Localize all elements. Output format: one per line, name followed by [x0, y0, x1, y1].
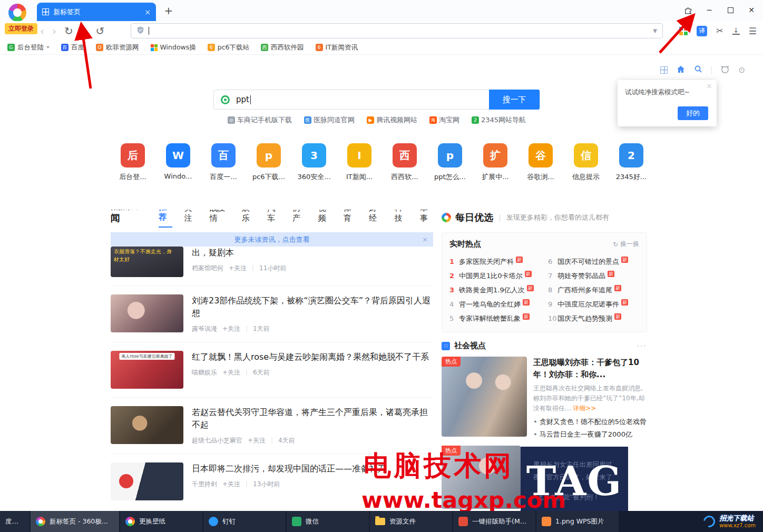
search-button[interactable]: 搜一下	[489, 90, 540, 110]
hot-item[interactable]: 3铁路黄金周1.9亿人次新	[449, 283, 541, 297]
banner-close-icon[interactable]: ×	[422, 235, 428, 243]
taskbar-item-dingtalk[interactable]: 钉钉	[203, 511, 287, 532]
bookmark-item[interactable]: 百 百度	[61, 43, 84, 52]
taskbar-item-wechat[interactable]: 微信	[287, 511, 370, 532]
detail-link[interactable]: 详细>>	[573, 405, 596, 412]
bookmark-item[interactable]: G 后台登陆	[7, 43, 50, 52]
undo-icon[interactable]: ↺	[95, 25, 104, 37]
news-item[interactable]: 刘涛23部作品统统下架，被称“演艺圈公交车”？背后原因引人遐想 露爷说漫 +关注…	[111, 286, 433, 342]
download-icon[interactable]: ↓	[732, 27, 740, 35]
apps-grid-icon[interactable]	[679, 27, 688, 35]
bookmark-item[interactable]: Windows操	[151, 43, 196, 52]
follow-button[interactable]: +关注	[222, 368, 240, 377]
social-image[interactable]: 热点	[442, 357, 527, 437]
news-author[interactable]: 千里持剑	[192, 480, 217, 489]
refresh-icon[interactable]: ↻	[64, 25, 73, 37]
quick-site[interactable]: IIT新闻...	[338, 143, 380, 182]
hot-item[interactable]: 4背一堆乌龟的全红婵新	[449, 297, 541, 311]
bookmark-item[interactable]: 6 IT新闻资讯	[316, 43, 358, 52]
news-item[interactable]: 黑人rose与吴建云闹离婚了 红了就飘！黑人rose与吴建云吵架闹离婚？果然和她…	[111, 342, 433, 398]
news-tab-entertainment[interactable]: HOT娱乐	[242, 210, 255, 228]
quick-site[interactable]: 扩扩展中...	[474, 143, 516, 182]
unread-news-banner[interactable]: 更多未读资讯，点击查看 ×	[111, 232, 433, 247]
hot-item[interactable]: 8广西梧州多年追尾新	[548, 283, 639, 297]
quick-site[interactable]: 3360安全...	[293, 143, 335, 182]
quick-site[interactable]: 西西西软...	[384, 143, 426, 182]
search-box[interactable]: ppt 搜一下	[213, 90, 540, 110]
news-tab[interactable]: 体育	[344, 210, 357, 228]
hot-item[interactable]: 1多家医院关闭产科新	[449, 254, 541, 269]
bookmark-item[interactable]: O 欧菲资源网	[96, 43, 139, 52]
skin-cat-icon[interactable]	[721, 65, 729, 75]
refresh-list-button[interactable]: ↻换一换	[613, 240, 639, 249]
promo-link[interactable]: ▶ 腾讯视频网站	[367, 115, 417, 125]
promo-link[interactable]: 2 2345网站导航	[472, 115, 526, 125]
popup-ok-button[interactable]: 好的	[678, 106, 708, 120]
search-query[interactable]: ppt	[236, 95, 249, 104]
close-button[interactable]: ✕	[743, 3, 760, 17]
quick-site[interactable]: 后后台登...	[112, 143, 154, 182]
hot-item[interactable]: 10国庆天气趋势预测新	[548, 311, 639, 326]
news-tab[interactable]: 视频	[318, 210, 331, 228]
bookmark-item[interactable]: 西 西西软件园	[261, 43, 304, 52]
news-author[interactable]: 档案馆吧何	[192, 264, 223, 273]
news-author[interactable]: 超级七品小芝麻官	[192, 436, 242, 445]
taskbar-item[interactable]: 度图片...	[0, 511, 31, 532]
menu-icon[interactable]: ☰	[749, 26, 757, 36]
news-author[interactable]: 喵糖娱乐	[192, 368, 217, 377]
tab-new-tab-page[interactable]: 新标签页 ×	[37, 3, 156, 21]
address-dropdown-icon[interactable]: ▼	[653, 28, 657, 34]
news-tab[interactable]: 科技	[394, 210, 407, 228]
shield-icon[interactable]	[136, 26, 144, 36]
social-bullet[interactable]: 马云昔日金主一夜赚了2000亿	[533, 430, 647, 439]
social-bullet[interactable]: 贪财又贪色！德不配位的5位老戏骨	[533, 417, 647, 427]
follow-button[interactable]: +关注	[248, 436, 266, 445]
screenshot-scissors-icon[interactable]: ✂	[716, 26, 723, 36]
news-item[interactable]: 衣服滑落？不雅走光，身材太好 出，疑剧本 档案馆吧何 +关注 11小时前	[111, 247, 433, 286]
news-tab[interactable]: 战疫情	[210, 210, 230, 228]
news-tab[interactable]: 汽车	[267, 210, 280, 228]
news-tab[interactable]: 房产	[292, 210, 306, 228]
translate-icon[interactable]: 译	[697, 26, 707, 36]
quick-site[interactable]: pppt怎么...	[429, 143, 471, 182]
quick-site[interactable]: ppc6下载...	[248, 143, 290, 182]
hot-item[interactable]: 6国庆不可错过的景点新	[548, 254, 639, 269]
address-bar[interactable]: ▼	[131, 23, 663, 38]
quick-site[interactable]: 百百度一...	[202, 143, 244, 182]
news-tab[interactable]: 财经	[369, 210, 382, 228]
puzzle-tools-icon[interactable]	[680, 3, 697, 17]
maximize-button[interactable]	[722, 3, 739, 17]
more-options-icon[interactable]: ···	[637, 342, 647, 350]
quick-site[interactable]: 信信息提示	[565, 143, 607, 182]
follow-button[interactable]: +关注	[222, 480, 240, 489]
promo-link[interactable]: 淘 淘宝网	[429, 115, 459, 125]
forward-icon[interactable]: ›	[52, 25, 56, 37]
taskbar-item-wallpaper[interactable]: 更换壁纸	[120, 511, 203, 532]
back-icon[interactable]: ‹	[40, 25, 44, 37]
quick-site[interactable]: WWindo...	[157, 143, 199, 182]
home-icon[interactable]: ⌂	[81, 25, 88, 37]
quick-site[interactable]: 谷谷歌浏...	[520, 143, 562, 182]
taskbar-item-browser[interactable]: 新标签页 - 360极...	[31, 511, 120, 532]
search-icon[interactable]	[694, 65, 702, 75]
news-tab-recommended[interactable]: 推荐	[159, 210, 172, 228]
login-badge[interactable]: 立即登录	[5, 23, 37, 34]
taskbar-item-wps-image[interactable]: 1.png WPS图片	[536, 511, 620, 532]
popup-close-icon[interactable]: ×	[706, 82, 712, 90]
follow-button[interactable]: +关注	[229, 264, 247, 273]
hot-item[interactable]: 2中国男足1比0卡塔尔新	[449, 269, 541, 283]
taskbar-item-typesetting[interactable]: 一键排版助手(MyE...	[453, 511, 536, 532]
promo-link[interactable]: 医 医脉同道官网	[304, 115, 355, 125]
follow-button[interactable]: +关注	[222, 324, 240, 333]
minimize-button[interactable]: ─	[701, 3, 718, 17]
news-tab[interactable]: 关注	[184, 210, 198, 228]
layout-grid-icon[interactable]	[660, 66, 668, 74]
browser-logo-icon[interactable]	[8, 4, 26, 22]
new-tab-button[interactable]: +	[162, 4, 175, 17]
hot-item[interactable]: 9中强度厄尔尼诺事件新	[548, 297, 639, 311]
settings-target-icon[interactable]: ⊙	[738, 65, 745, 75]
taskbar-item-files[interactable]: 资源文件	[370, 511, 453, 532]
news-item[interactable]: 若赵云替代关羽守卫华容道，将产生三个严重后果，诸葛亮承担不起 超级七品小芝麻官 …	[111, 398, 433, 454]
tab-close-icon[interactable]: ×	[144, 8, 151, 16]
quick-site[interactable]: 22345好...	[610, 143, 652, 182]
